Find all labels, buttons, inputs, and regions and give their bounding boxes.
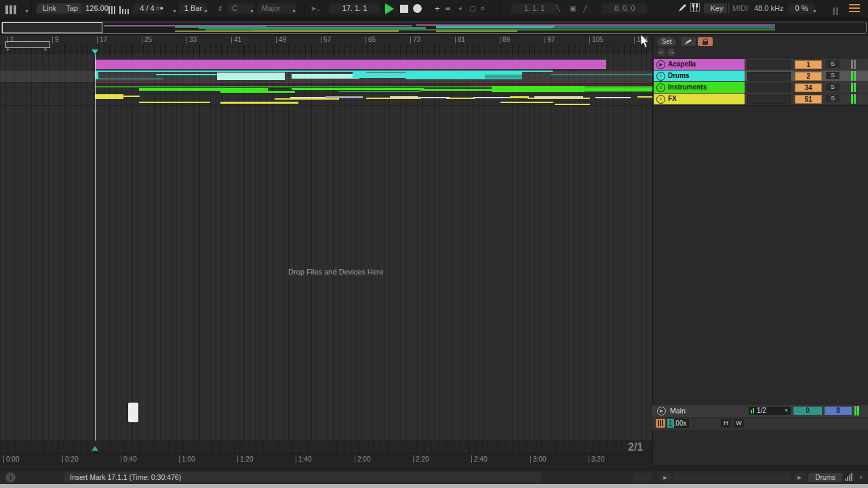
cue-volume-box[interactable]: 0 bbox=[793, 407, 822, 415]
overview-strip[interactable] bbox=[1, 22, 867, 34]
info-icon[interactable]: i bbox=[5, 472, 16, 483]
track-midi-channel-box[interactable]: 51 bbox=[795, 95, 822, 104]
clip-segment[interactable] bbox=[528, 98, 590, 99]
clip-segment[interactable] bbox=[217, 73, 285, 80]
device-caret-icon[interactable]: ▼ bbox=[859, 475, 863, 480]
clip-segment[interactable] bbox=[510, 96, 529, 98]
clip-segment[interactable] bbox=[473, 97, 515, 98]
quantize-caret-icon[interactable]: ▼ bbox=[203, 6, 208, 16]
session-record-icon[interactable]: ▢ bbox=[469, 3, 475, 14]
clip-view-expand-button[interactable]: ▶ bbox=[659, 473, 671, 482]
follow-button[interactable]: ➤․․ bbox=[311, 3, 321, 14]
clip-segment[interactable] bbox=[446, 98, 475, 99]
scale-icon[interactable]: ♯ bbox=[218, 3, 222, 14]
track-name-cell[interactable]: ▶Acapella bbox=[654, 59, 745, 70]
nudge-icons[interactable]: ○● bbox=[156, 3, 163, 14]
track-collapsed-icon[interactable]: ≡ bbox=[656, 95, 665, 104]
punch-position-field[interactable]: 1. 1. 1 bbox=[511, 3, 557, 14]
track-header-acapella[interactable]: ▶Acapella1S bbox=[653, 59, 868, 71]
track-collapsed-icon[interactable]: ≡ bbox=[656, 72, 665, 81]
track-name-cell[interactable]: ≡FX bbox=[654, 94, 745, 104]
app-menu-icon[interactable] bbox=[5, 4, 18, 14]
clip-segment[interactable] bbox=[468, 85, 654, 85]
clip-segment[interactable] bbox=[95, 79, 163, 79]
playhead-marker-icon[interactable] bbox=[92, 49, 98, 54]
scrub-position-icon[interactable] bbox=[92, 446, 98, 451]
track-solo-button[interactable]: S bbox=[826, 60, 840, 68]
clip-segment[interactable] bbox=[585, 87, 654, 92]
track-header-fx[interactable]: ≡FX51S bbox=[653, 94, 868, 106]
track-io-box[interactable] bbox=[747, 95, 791, 104]
device-view-expand-button[interactable]: ▶ bbox=[793, 473, 806, 482]
prev-locator-button[interactable]: ← bbox=[657, 48, 665, 56]
overview-viewport-box[interactable] bbox=[2, 22, 102, 33]
midi-indicator[interactable]: MIDI bbox=[732, 3, 748, 14]
clip-segment[interactable] bbox=[366, 98, 420, 99]
main-volume-box[interactable]: 0 bbox=[825, 407, 852, 415]
loop-start-arrow-icon[interactable]: ▹ bbox=[7, 47, 9, 52]
loop-end-arrow-icon[interactable]: ◃ bbox=[43, 47, 46, 52]
fade-out-icon[interactable]: ╲ bbox=[556, 3, 560, 14]
midi-overdub-icon[interactable]: ∞ bbox=[446, 3, 450, 14]
app-menu-caret-icon[interactable]: ▼ bbox=[24, 6, 29, 16]
key-map-button[interactable]: Key bbox=[704, 3, 730, 14]
loop-region-icon[interactable]: ▣ bbox=[570, 3, 576, 14]
device-view-label[interactable]: Drums bbox=[808, 473, 842, 482]
loop-length-field[interactable]: 8. 0. 0 bbox=[602, 3, 647, 14]
nudge-caret-icon[interactable]: ▼ bbox=[172, 6, 177, 16]
clip-segment[interactable] bbox=[292, 88, 424, 90]
clip-segment[interactable] bbox=[156, 74, 224, 75]
automation-mode-button[interactable] bbox=[681, 37, 696, 46]
clip-segment[interactable] bbox=[390, 96, 418, 98]
tap-tempo-button[interactable]: Tap bbox=[60, 3, 84, 14]
track-header-drums[interactable]: ≡Drums2S bbox=[653, 70, 868, 83]
clip-segment[interactable] bbox=[220, 102, 298, 104]
clip-segment[interactable] bbox=[220, 91, 295, 93]
clip-segment[interactable] bbox=[95, 60, 606, 69]
clip-segment[interactable] bbox=[95, 94, 123, 99]
track-midi-channel-box[interactable]: 34 bbox=[795, 83, 822, 92]
track-io-box[interactable] bbox=[747, 60, 791, 69]
play-button[interactable] bbox=[385, 3, 394, 14]
hamburger-menu-icon[interactable] bbox=[849, 4, 860, 14]
write-button[interactable]: W bbox=[734, 419, 744, 428]
track-io-box[interactable] bbox=[747, 83, 791, 92]
next-locator-button[interactable]: → bbox=[667, 48, 675, 56]
root-note-caret-icon[interactable]: ▼ bbox=[250, 6, 254, 16]
tempo-follower-icon[interactable] bbox=[108, 4, 117, 14]
main-play-icon[interactable]: ▶ bbox=[657, 407, 666, 415]
link-button[interactable]: Link bbox=[37, 3, 62, 14]
cpu-load-field[interactable]: 0 % bbox=[788, 3, 815, 14]
track-collapsed-icon[interactable]: ≡ bbox=[656, 83, 665, 92]
clip-segment[interactable] bbox=[637, 96, 652, 98]
track-midi-channel-box[interactable]: 2 bbox=[795, 72, 822, 81]
stop-button[interactable] bbox=[400, 5, 408, 13]
track-solo-button[interactable]: S bbox=[826, 83, 840, 91]
track-header-instruments[interactable]: ≡Instruments34S bbox=[653, 82, 868, 94]
track-name-cell[interactable]: ≡Drums bbox=[654, 70, 745, 81]
loop-button[interactable]: ○ bbox=[480, 3, 485, 14]
clip-view-field[interactable] bbox=[674, 473, 791, 482]
clip-segment[interactable] bbox=[420, 89, 492, 91]
computer-midi-keyboard-icon[interactable] bbox=[690, 3, 700, 14]
arrangement-track-row[interactable] bbox=[0, 59, 652, 71]
arrangement-area[interactable]: 191725334149576573818997105113 ▹ ◃ Drop … bbox=[0, 35, 652, 465]
clip-segment[interactable] bbox=[339, 91, 420, 92]
record-button[interactable] bbox=[413, 4, 422, 13]
track-solo-button[interactable]: S bbox=[826, 72, 840, 79]
cpu-caret-icon[interactable]: ▼ bbox=[812, 6, 817, 16]
track-solo-button[interactable]: S bbox=[826, 95, 840, 102]
playback-speed-box[interactable]: 1.00x bbox=[667, 419, 689, 428]
clip-segment[interactable] bbox=[500, 102, 553, 103]
clip-segment[interactable] bbox=[326, 96, 363, 98]
arrangement-overview[interactable] bbox=[0, 18, 868, 35]
hear-button[interactable]: H bbox=[721, 419, 731, 428]
track-midi-channel-box[interactable]: 1 bbox=[795, 60, 822, 69]
groove-pool-icon[interactable] bbox=[656, 419, 665, 428]
clip-segment[interactable] bbox=[534, 96, 583, 98]
arrangement-track-row[interactable] bbox=[0, 82, 652, 94]
track-io-box[interactable] bbox=[747, 72, 791, 81]
quantize-selector[interactable]: 1/2 ▼ bbox=[749, 407, 791, 415]
lock-envelopes-button[interactable] bbox=[698, 37, 713, 46]
arrangement-grid[interactable] bbox=[0, 54, 652, 444]
